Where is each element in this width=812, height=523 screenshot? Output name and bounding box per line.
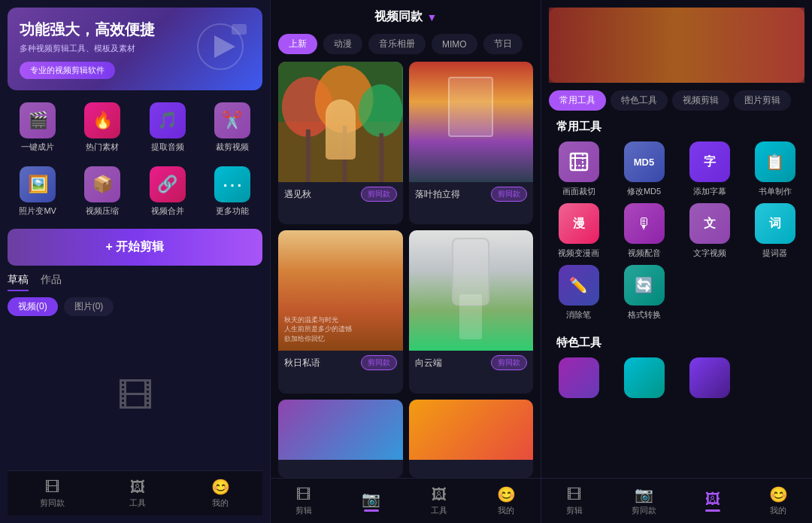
common-tools-grid: 画面裁切 MD5 修改MD5 字 添加字幕 📋 书单制作 漫 视频变漫画 <box>549 141 804 321</box>
tool-label-one-click: 一键成片 <box>21 141 54 153</box>
video-card-2[interactable]: 秋天的温柔与时光人生前所是多少的遗憾欲加给你回忆 秋日私语 剪同款 <box>278 230 403 393</box>
media-tab-image[interactable]: 图片(0) <box>64 297 114 316</box>
right-tool-md5[interactable]: MD5 修改MD5 <box>614 141 674 197</box>
nav-item-mine-left[interactable]: 😊 我的 <box>211 478 230 509</box>
right-tool-label-eraser: 消除笔 <box>566 309 591 321</box>
video-card-3[interactable]: 向云端 剪同款 <box>409 230 534 393</box>
video-title-2: 秋日私语 <box>284 357 320 369</box>
start-edit-button[interactable]: + 开始剪辑 <box>8 229 262 266</box>
mid-tab-music-album[interactable]: 音乐相册 <box>368 34 426 54</box>
right-top-banner <box>549 8 804 83</box>
tool-crop-video[interactable]: ✂️ 裁剪视频 <box>202 98 262 157</box>
special-tool-2[interactable] <box>614 357 674 402</box>
mid-nav-active-dot <box>364 509 379 512</box>
tool-compress[interactable]: 📦 视频压缩 <box>72 162 132 221</box>
draft-tab-draft[interactable]: 草稿 <box>8 273 29 291</box>
video-thumb-3 <box>409 230 534 351</box>
right-tool-anime[interactable]: 漫 视频变漫画 <box>549 203 608 259</box>
right-tool-teleprompter[interactable]: 词 提词器 <box>745 203 804 259</box>
right-nav-tools[interactable]: 🖼 <box>705 491 720 512</box>
tool-icon-compress: 📦 <box>84 166 120 202</box>
video-tag-2[interactable]: 剪同款 <box>361 355 397 370</box>
special-tool-icon-3 <box>689 357 730 398</box>
right-tool-eraser[interactable]: ✏️ 消除笔 <box>549 265 608 321</box>
mid-tab-new[interactable]: 上新 <box>278 34 317 54</box>
right-nav-mine-label: 我的 <box>770 505 786 516</box>
right-tool-label-crop: 画面裁切 <box>562 186 595 197</box>
right-tool-icon-booklist: 📋 <box>755 141 795 182</box>
right-tool-label-dubbing: 视频配音 <box>628 248 661 259</box>
tool-hot-material[interactable]: 🔥 热门素材 <box>72 98 132 157</box>
tool-extract-audio[interactable]: 🎵 提取音频 <box>138 98 198 157</box>
hero-button[interactable]: 专业的视频剪辑软件 <box>20 62 115 79</box>
right-tab-image-edit[interactable]: 图片剪辑 <box>734 90 791 111</box>
tool-icon-merge: 🔗 <box>150 166 186 202</box>
mid-nav-jiantongkuan-icon: 📷 <box>362 490 380 508</box>
mid-nav-jiantongkuan[interactable]: 📷 <box>362 490 380 512</box>
video-card-4[interactable] <box>278 400 403 478</box>
mid-nav-edit[interactable]: 🎞 剪辑 <box>295 486 312 516</box>
media-tab-video[interactable]: 视频(0) <box>8 297 58 316</box>
draft-content: 🎞 <box>8 322 262 470</box>
right-nav-edit[interactable]: 🎞 剪辑 <box>566 486 583 516</box>
special-tool-icon-2 <box>624 357 665 398</box>
right-nav-mine-icon: 😊 <box>769 485 788 503</box>
svg-rect-2 <box>232 24 247 35</box>
right-tool-icon-anime: 漫 <box>559 203 599 244</box>
right-tool-label-subtitle: 添加字幕 <box>693 186 726 197</box>
mid-nav-mine-icon: 😊 <box>497 485 516 503</box>
tool-one-click[interactable]: 🎬 一键成片 <box>8 98 68 157</box>
dropdown-arrow-icon[interactable]: ▼ <box>427 11 438 23</box>
video-card-5[interactable] <box>409 400 534 478</box>
tool-merge[interactable]: 🔗 视频合并 <box>138 162 198 221</box>
special-tool-icon-1 <box>559 357 599 398</box>
tool-label-hot: 热门素材 <box>86 141 119 153</box>
video-thumb-1 <box>409 62 534 182</box>
video-tag-1[interactable]: 剪同款 <box>491 187 527 202</box>
left-panel: 功能强大，高效便捷 多种视频剪辑工具、模板及素材 专业的视频剪辑软件 🎬 一键成… <box>0 0 271 523</box>
video-tag-0[interactable]: 剪同款 <box>361 187 397 202</box>
right-nav-tools-icon: 🖼 <box>705 491 720 508</box>
video-tag-3[interactable]: 剪同款 <box>491 355 527 370</box>
right-tab-common[interactable]: 常用工具 <box>549 90 606 111</box>
tool-more[interactable]: ⋯ 更多功能 <box>202 162 262 221</box>
nav-label-jiantongkuan: 剪同款 <box>40 497 65 509</box>
right-tool-crop[interactable]: 画面裁切 <box>549 141 608 197</box>
tool-icon-more: ⋯ <box>214 166 250 202</box>
video-card-0[interactable]: 遇见秋 剪同款 <box>278 62 403 224</box>
nav-icon-jiantongkuan: 🎞 <box>45 479 60 496</box>
right-tool-format[interactable]: 🔄 格式转换 <box>614 265 674 321</box>
right-tool-dubbing[interactable]: 🎙 视频配音 <box>614 203 674 259</box>
right-tool-label-anime: 视频变漫画 <box>558 248 599 259</box>
nav-item-tools-left[interactable]: 🖼 工具 <box>129 479 146 509</box>
nav-item-jiantongkuan[interactable]: 🎞 剪同款 <box>40 479 65 509</box>
right-nav-jiantongkuan[interactable]: 📷 剪同款 <box>632 485 656 516</box>
mid-nav-mine-label: 我的 <box>498 505 514 516</box>
right-tool-icon-dubbing: 🎙 <box>624 203 665 244</box>
mid-tab-mimo[interactable]: MIMO <box>432 34 477 54</box>
special-tool-3[interactable] <box>680 357 739 402</box>
right-tab-video-edit[interactable]: 视频剪辑 <box>672 90 729 111</box>
tool-icon-mv: 🖼️ <box>20 166 56 202</box>
mid-nav-tools[interactable]: 🖼 工具 <box>431 486 447 516</box>
tool-photo-mv[interactable]: 🖼️ 照片变MV <box>8 162 68 221</box>
video-thumb-2: 秋天的温柔与时光人生前所是多少的遗憾欲加给你回忆 <box>278 230 403 351</box>
special-tool-1[interactable] <box>549 357 608 402</box>
draft-tab-works[interactable]: 作品 <box>41 273 62 291</box>
mid-nav-tools-label: 工具 <box>431 505 447 516</box>
right-tool-label-text-video: 文字视频 <box>693 248 726 259</box>
right-tool-booklist[interactable]: 📋 书单制作 <box>745 141 804 197</box>
mid-header: 视频同款 ▼ <box>271 0 541 34</box>
video-card-1[interactable]: 落叶拍立得 剪同款 <box>409 62 534 224</box>
mid-tab-anime[interactable]: 动漫 <box>323 34 362 54</box>
video-thumb-4 <box>278 400 403 460</box>
right-tool-icon-crop <box>559 141 599 182</box>
mid-tab-holiday[interactable]: 节日 <box>483 34 523 54</box>
right-tab-special[interactable]: 特色工具 <box>611 90 668 111</box>
mid-nav-mine[interactable]: 😊 我的 <box>497 485 516 516</box>
right-tool-subtitle[interactable]: 字 添加字幕 <box>680 141 739 197</box>
right-tool-text-video[interactable]: 文 文字视频 <box>680 203 739 259</box>
svg-rect-13 <box>571 154 587 170</box>
mid-nav-tools-icon: 🖼 <box>432 486 447 503</box>
right-nav-mine[interactable]: 😊 我的 <box>769 485 788 516</box>
